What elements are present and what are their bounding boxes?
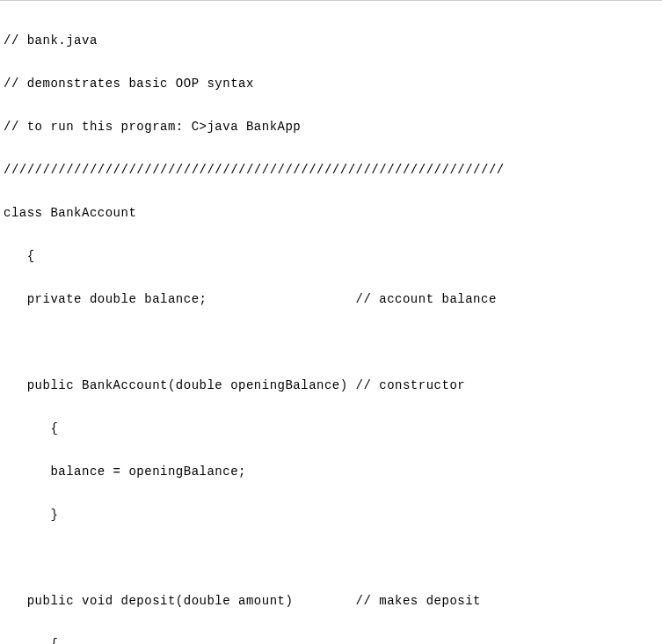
code-line: // demonstrates basic OOP syntax — [4, 73, 658, 95]
code-line — [4, 332, 658, 354]
code-line: // to run this program: C>java BankApp — [4, 116, 658, 138]
code-line: } — [4, 504, 658, 526]
code-line: public BankAccount(double openingBalance… — [4, 375, 658, 397]
code-line: private double balance; // account balan… — [4, 289, 658, 311]
code-line: { — [4, 633, 658, 645]
code-line: balance = openingBalance; — [4, 461, 658, 483]
code-line: ////////////////////////////////////////… — [4, 159, 658, 181]
code-line: class BankAccount — [4, 202, 658, 224]
code-line: public void deposit(double amount) // ma… — [4, 590, 658, 612]
code-line: { — [4, 418, 658, 440]
code-block: // bank.java // demonstrates basic OOP s… — [0, 0, 662, 644]
code-line: { — [4, 245, 658, 267]
code-line: // bank.java — [4, 30, 658, 52]
code-line — [4, 547, 658, 569]
